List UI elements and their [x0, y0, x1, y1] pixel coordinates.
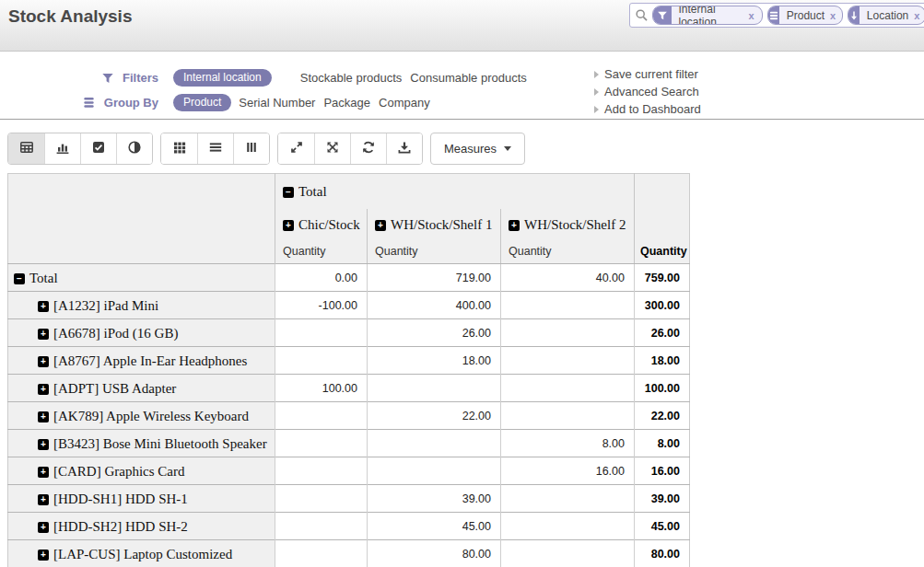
table-row: +[A1232] iPad Mini-100.00400.00300.00	[8, 292, 690, 319]
filters-row: Filters Internal locationStockable produ…	[74, 69, 528, 87]
pivot-row-header-hdd-sh2-hdd-sh-2[interactable]: +[HDD-SH2] HDD SH-2	[8, 513, 275, 540]
row-label: [B3423] Bose Mini Bluetooth Speaker	[53, 436, 267, 451]
pivot-row-header-ak789-apple-wireless-keyboard[interactable]: +[AK789] Apple Wireless Keyboard	[8, 402, 275, 430]
pivot-col-header-wh-stock-shelf-1[interactable]: +WH/Stock/Shelf 1	[368, 209, 501, 240]
group-by-label: Group By	[74, 96, 158, 110]
expand-icon[interactable]: +	[38, 439, 49, 450]
pivot-view-button[interactable]	[8, 133, 44, 164]
pivot-row-header-card-graphics-card[interactable]: +[CARD] Graphics Card	[8, 457, 275, 485]
pivot-col-header-chic-stock[interactable]: +Chic/Stock	[275, 209, 368, 240]
pivot-row-header-b3423-bose-mini-bluetooth-speaker[interactable]: +[B3423] Bose Mini Bluetooth Speaker	[8, 430, 275, 457]
remove-facet-button[interactable]: x	[749, 10, 754, 21]
pivot-row-header-adpt-usb-adapter[interactable]: +[ADPT] USB Adapter	[8, 375, 275, 402]
row-label: [ADPT] USB Adapter	[53, 381, 176, 396]
pivot-value-cell: 80.00	[368, 540, 501, 567]
pivot-col-root-header[interactable]: −Total	[275, 174, 635, 209]
pivot-row-header-lap-cus-laptop-customized[interactable]: +[LAP-CUS] Laptop Customized	[8, 540, 275, 567]
adjust-button[interactable]	[116, 133, 152, 164]
col-group-label: WH/Stock/Shelf 1	[391, 217, 492, 232]
search-facet-location[interactable]: Locationx	[848, 6, 924, 25]
move-button[interactable]	[314, 133, 350, 164]
search-facet-product[interactable]: Productx	[767, 6, 843, 25]
filter-consumable-products[interactable]: Consumable products	[409, 69, 527, 87]
align-justify-icon	[208, 140, 223, 157]
expand-icon[interactable]: +	[375, 220, 386, 231]
expand-icon[interactable]: +	[283, 220, 294, 231]
link-advanced-search[interactable]: Advanced Search	[594, 83, 701, 100]
collapse-icon[interactable]: −	[283, 187, 294, 198]
pivot-row-header-a1232-ipad-mini[interactable]: +[A1232] iPad Mini	[8, 292, 275, 319]
pivot-table: −Total +Chic/Stock+WH/Stock/Shelf 1+WH/S…	[7, 173, 690, 567]
refresh-button[interactable]	[350, 133, 386, 164]
check-square-button[interactable]	[80, 133, 116, 164]
measure-header-total[interactable]: Quantity	[635, 240, 690, 264]
pivot-row-total-cell: 39.00	[635, 485, 690, 513]
search-bar[interactable]: Internal locationxProductxLocationx	[629, 3, 924, 28]
pivot-row-header-hdd-sh1-hdd-sh-1[interactable]: +[HDD-SH1] HDD SH-1	[8, 485, 275, 513]
groupby-serial-number[interactable]: Serial Number	[238, 94, 316, 111]
pivot-row-total-cell: 18.00	[635, 347, 690, 375]
filter-stockable-products[interactable]: Stockable products	[299, 69, 404, 87]
grid-view-button[interactable]	[161, 133, 197, 164]
pivot-value-cell	[501, 375, 635, 402]
table-row: +[ADPT] USB Adapter100.00100.00	[8, 375, 690, 402]
columns-view-button[interactable]	[233, 133, 269, 164]
link-save-current-filter[interactable]: Save current filter	[594, 65, 701, 83]
pivot-value-cell	[368, 375, 501, 402]
pivot-row-header-total[interactable]: −Total	[8, 264, 275, 292]
measure-header[interactable]: Quantity	[275, 240, 368, 264]
pivot-value-cell: 100.00	[275, 375, 368, 402]
bar-chart-view-button[interactable]	[44, 133, 80, 164]
expand-icon[interactable]: +	[38, 467, 49, 478]
expand-icon[interactable]: +	[38, 522, 49, 533]
expand-icon[interactable]: +	[38, 411, 49, 422]
row-label: [A8767] Apple In-Ear Headphones	[53, 353, 247, 368]
pivot-corner-cell	[8, 174, 275, 264]
row-label: [HDD-SH2] HDD SH-2	[53, 519, 188, 534]
filter-icon	[101, 72, 114, 85]
download-button[interactable]	[386, 133, 422, 164]
group-by-icon	[768, 6, 779, 24]
pivot-row-header-a8767-apple-in-ear-headphones[interactable]: +[A8767] Apple In-Ear Headphones	[8, 347, 275, 375]
pivot-col-header-wh-stock-shelf-2[interactable]: +WH/Stock/Shelf 2	[501, 209, 635, 240]
measures-button[interactable]: Measures	[430, 133, 525, 165]
expand-icon[interactable]: +	[38, 356, 49, 367]
groupby-product[interactable]: Product	[173, 94, 231, 111]
pivot-table-container: −Total +Chic/Stock+WH/Stock/Shelf 1+WH/S…	[7, 173, 690, 567]
expand-icon[interactable]: +	[38, 329, 49, 340]
remove-facet-button[interactable]: x	[914, 10, 919, 21]
measures-label: Measures	[444, 142, 497, 156]
collapse-icon[interactable]: −	[14, 273, 25, 284]
groupby-company[interactable]: Company	[378, 94, 431, 111]
pivot-value-cell: 16.00	[501, 457, 635, 485]
pivot-value-cell	[501, 292, 635, 319]
expand-button[interactable]	[278, 133, 314, 164]
row-label: [HDD-SH1] HDD SH-1	[53, 492, 188, 506]
expand-icon[interactable]: +	[38, 301, 49, 312]
expand-icon[interactable]: +	[38, 384, 49, 395]
row-label: [AK789] Apple Wireless Keyboard	[53, 409, 249, 423]
search-facets: Internal locationxProductxLocationx	[652, 6, 924, 25]
pivot-row-header-a6678-ipod-16-gb[interactable]: +[A6678] iPod (16 GB)	[8, 319, 275, 347]
remove-facet-button[interactable]: x	[830, 10, 836, 21]
pivot-row-total-cell: 16.00	[635, 457, 690, 485]
table-row: +[AK789] Apple Wireless Keyboard22.0022.…	[8, 402, 690, 430]
pivot-value-cell	[501, 347, 635, 375]
refresh-icon	[361, 140, 376, 157]
expand-icon[interactable]: +	[38, 494, 49, 505]
expand-icon[interactable]: +	[38, 550, 49, 561]
measure-header[interactable]: Quantity	[368, 240, 501, 264]
th-grid-icon	[172, 140, 187, 157]
pivot-value-cell	[501, 513, 635, 540]
link-add-to-dashboard[interactable]: Add to Dashboard	[594, 100, 701, 118]
list-view-button[interactable]	[197, 133, 233, 164]
expand-icon[interactable]: +	[509, 220, 520, 231]
pivot-row-total-cell: 100.00	[635, 375, 690, 402]
facet-label: Internal locationx	[672, 6, 762, 24]
filter-internal-location[interactable]: Internal location	[173, 69, 272, 87]
expand-icon	[289, 140, 304, 157]
groupby-package[interactable]: Package	[322, 94, 371, 111]
pivot-row-total-cell: 45.00	[635, 513, 690, 540]
measure-header[interactable]: Quantity	[501, 240, 635, 264]
search-facet-internal-location[interactable]: Internal locationx	[652, 6, 763, 25]
